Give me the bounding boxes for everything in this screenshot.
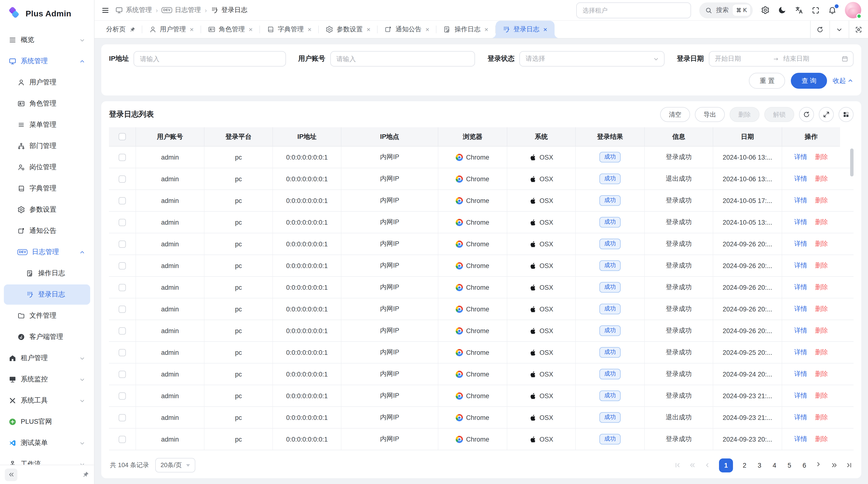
detail-link[interactable]: 详情 bbox=[794, 196, 807, 205]
detail-link[interactable]: 详情 bbox=[794, 435, 807, 444]
tab-close-icon[interactable]: × bbox=[484, 26, 489, 33]
fullscreen-icon[interactable] bbox=[812, 6, 820, 14]
page-first-icon[interactable] bbox=[674, 462, 681, 469]
row-checkbox[interactable] bbox=[119, 154, 126, 161]
delete-link[interactable]: 删除 bbox=[815, 370, 828, 379]
sidebar-item-日志管理[interactable]: DEV 日志管理 bbox=[4, 242, 90, 262]
ip-input[interactable] bbox=[133, 51, 286, 67]
page-number-5[interactable]: 5 bbox=[786, 461, 793, 469]
delete-link[interactable]: 删除 bbox=[815, 435, 828, 444]
page-next-icon[interactable] bbox=[816, 462, 823, 469]
sidebar-item-字典管理[interactable]: 字典管理 bbox=[4, 179, 90, 199]
tab-close-icon[interactable]: × bbox=[543, 26, 548, 33]
page-number-4[interactable]: 4 bbox=[771, 461, 778, 469]
detail-link[interactable]: 详情 bbox=[794, 370, 807, 379]
user-avatar[interactable] bbox=[845, 2, 861, 18]
row-checkbox[interactable] bbox=[119, 392, 126, 399]
row-checkbox[interactable] bbox=[119, 284, 126, 291]
detail-link[interactable]: 详情 bbox=[794, 153, 807, 161]
sidebar-item-用户管理[interactable]: 用户管理 bbox=[4, 72, 90, 93]
tab-字典管理[interactable]: 字典管理 × bbox=[260, 21, 319, 38]
tabs-fullscreen-icon[interactable] bbox=[849, 21, 868, 38]
tab-close-icon[interactable]: × bbox=[425, 26, 430, 33]
global-search[interactable]: 搜索 K bbox=[699, 2, 753, 18]
tab-操作日志[interactable]: 操作日志 × bbox=[437, 21, 495, 38]
table-fullscreen-button[interactable] bbox=[819, 107, 834, 122]
breadcrumb-item-日志管理[interactable]: DEV 日志管理 bbox=[162, 6, 201, 14]
select-all-checkbox[interactable] bbox=[119, 133, 126, 140]
sidebar-pin-icon[interactable] bbox=[82, 471, 89, 478]
breadcrumb-item-系统管理[interactable]: 系统管理 bbox=[115, 6, 152, 14]
delete-link[interactable]: 删除 bbox=[815, 174, 828, 183]
detail-link[interactable]: 详情 bbox=[794, 326, 807, 335]
tab-close-icon[interactable]: × bbox=[248, 26, 253, 33]
tab-close-icon[interactable]: × bbox=[189, 26, 194, 33]
delete-link[interactable]: 删除 bbox=[815, 196, 828, 205]
page-last-icon[interactable] bbox=[846, 462, 852, 469]
sidebar-item-文件管理[interactable]: 文件管理 bbox=[4, 305, 90, 326]
sidebar-toggle-icon[interactable] bbox=[101, 6, 110, 14]
page-prev-double-icon[interactable] bbox=[689, 462, 696, 469]
sidebar-item-系统工具[interactable]: 系统工具 bbox=[4, 390, 90, 411]
sidebar-item-参数设置[interactable]: 参数设置 bbox=[4, 200, 90, 220]
tabs-more-icon[interactable] bbox=[830, 21, 849, 38]
detail-link[interactable]: 详情 bbox=[794, 391, 807, 400]
reset-button[interactable]: 重 置 bbox=[749, 73, 785, 89]
page-number-1[interactable]: 1 bbox=[719, 458, 733, 472]
page-number-3[interactable]: 3 bbox=[756, 461, 763, 469]
row-checkbox[interactable] bbox=[119, 262, 126, 269]
status-select[interactable]: 请选择 bbox=[519, 51, 664, 67]
detail-link[interactable]: 详情 bbox=[794, 348, 807, 357]
delete-link[interactable]: 删除 bbox=[815, 348, 828, 357]
row-checkbox[interactable] bbox=[119, 305, 126, 313]
refresh-button[interactable] bbox=[799, 107, 814, 122]
page-prev-icon[interactable] bbox=[704, 462, 711, 469]
tab-用户管理[interactable]: 用户管理 × bbox=[142, 21, 201, 38]
delete-link[interactable]: 删除 bbox=[815, 413, 828, 422]
query-button[interactable]: 查 询 bbox=[791, 73, 827, 89]
page-next-double-icon[interactable] bbox=[831, 462, 838, 469]
row-checkbox[interactable] bbox=[119, 414, 126, 421]
table-scrollbar-thumb[interactable] bbox=[850, 149, 854, 176]
delete-link[interactable]: 删除 bbox=[815, 218, 828, 227]
tab-close-icon[interactable]: × bbox=[366, 26, 371, 33]
delete-link[interactable]: 删除 bbox=[815, 391, 828, 400]
tab-角色管理[interactable]: 角色管理 × bbox=[201, 21, 260, 38]
page-number-6[interactable]: 6 bbox=[801, 461, 808, 469]
detail-link[interactable]: 详情 bbox=[794, 305, 807, 313]
sidebar-item-菜单管理[interactable]: 菜单管理 bbox=[4, 115, 90, 135]
sidebar-item-客户端管理[interactable]: 客户端管理 bbox=[4, 327, 90, 347]
detail-link[interactable]: 详情 bbox=[794, 174, 807, 183]
dark-mode-icon[interactable] bbox=[778, 6, 786, 14]
delete-link[interactable]: 删除 bbox=[815, 326, 828, 335]
sidebar-item-工作流[interactable]: 工作流 bbox=[4, 454, 90, 465]
tenant-select-input[interactable] bbox=[576, 2, 691, 18]
delete-link[interactable]: 删除 bbox=[815, 283, 828, 292]
date-range-picker[interactable]: 开始日期 结束日期 bbox=[709, 51, 854, 67]
translate-icon[interactable] bbox=[795, 6, 803, 14]
tab-通知公告[interactable]: 通知公告 × bbox=[378, 21, 437, 38]
detail-link[interactable]: 详情 bbox=[794, 413, 807, 422]
row-checkbox[interactable] bbox=[119, 370, 126, 378]
sidebar-item-部门管理[interactable]: 部门管理 bbox=[4, 136, 90, 156]
sidebar-item-测试菜单[interactable]: 测试菜单 bbox=[4, 433, 90, 453]
sidebar-item-概览[interactable]: 概览 bbox=[4, 30, 90, 50]
column-settings-button[interactable] bbox=[839, 107, 854, 122]
notifications-icon[interactable] bbox=[828, 6, 837, 14]
row-checkbox[interactable] bbox=[119, 349, 126, 356]
sidebar-item-通知公告[interactable]: 通知公告 bbox=[4, 221, 90, 241]
detail-link[interactable]: 详情 bbox=[794, 218, 807, 227]
sidebar-item-租户管理[interactable]: 租户管理 bbox=[4, 348, 90, 368]
row-checkbox[interactable] bbox=[119, 240, 126, 248]
page-number-2[interactable]: 2 bbox=[741, 461, 748, 469]
sidebar-item-系统监控[interactable]: 系统监控 bbox=[4, 369, 90, 389]
delete-link[interactable]: 删除 bbox=[815, 153, 828, 161]
sidebar-item-操作日志[interactable]: 操作日志 bbox=[4, 263, 90, 284]
tab-登录日志[interactable]: 登录日志 × bbox=[495, 21, 554, 38]
sidebar-item-PLUS官网[interactable]: PLUS官网 bbox=[4, 412, 90, 432]
tab-参数设置[interactable]: 参数设置 × bbox=[319, 21, 378, 38]
clear-button[interactable]: 清空 bbox=[660, 107, 690, 122]
delete-link[interactable]: 删除 bbox=[815, 239, 828, 248]
delete-link[interactable]: 删除 bbox=[815, 261, 828, 270]
tabs-refresh-icon[interactable] bbox=[810, 21, 830, 38]
